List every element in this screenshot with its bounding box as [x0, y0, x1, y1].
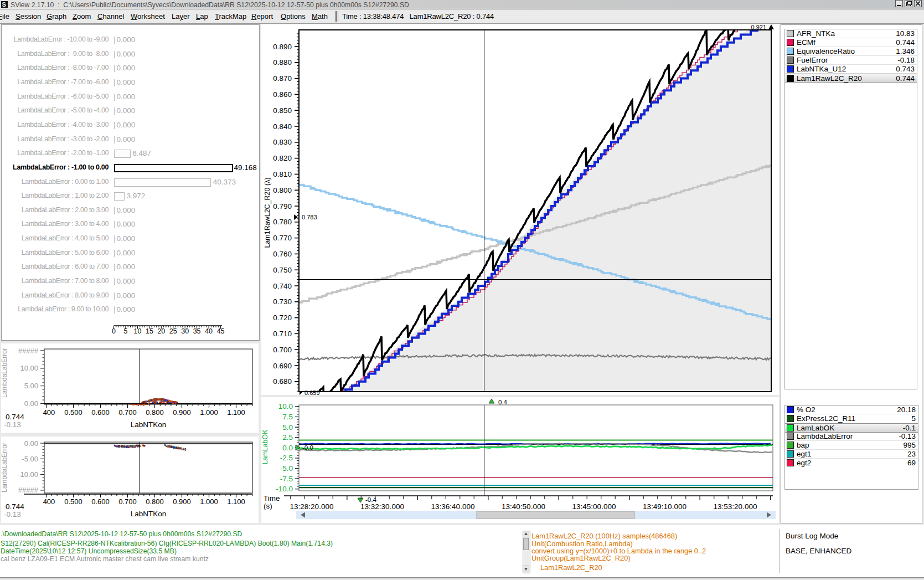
svg-text:1.000: 1.000 — [200, 408, 218, 417]
svg-text:1.100: 1.100 — [227, 408, 245, 417]
svg-text:0.700: 0.700 — [118, 408, 137, 417]
svg-text:0.770: 0.770 — [273, 234, 292, 242]
svg-text:2.5: 2.5 — [282, 433, 293, 442]
svg-text:0.690: 0.690 — [273, 362, 292, 370]
svg-text:0.500: 0.500 — [64, 408, 82, 417]
svg-text:-7.5: -7.5 — [280, 475, 293, 483]
svg-text:0.820: 0.820 — [273, 154, 292, 162]
svg-text:Time: Time — [264, 494, 280, 502]
svg-text:-10.0: -10.0 — [276, 485, 293, 493]
svg-text:0.900: 0.900 — [173, 497, 191, 506]
svg-text:0.600: 0.600 — [91, 408, 110, 417]
svg-text:0.659: 0.659 — [304, 389, 320, 396]
svg-text:25: 25 — [169, 327, 177, 335]
svg-text:0.720: 0.720 — [273, 314, 292, 322]
svg-text:0.740: 0.740 — [273, 282, 292, 290]
svg-text:LabNTKon: LabNTKon — [131, 510, 167, 518]
svg-text:-0.13: -0.13 — [4, 420, 21, 429]
svg-text:0.760: 0.760 — [273, 250, 292, 258]
svg-text:400: 400 — [43, 497, 55, 506]
svg-text:0.830: 0.830 — [273, 138, 292, 146]
svg-text:0.750: 0.750 — [273, 266, 292, 274]
svg-text:0.800: 0.800 — [146, 497, 164, 506]
svg-text:0.890: 0.890 — [273, 43, 292, 51]
svg-text:10: 10 — [133, 327, 141, 335]
svg-text:13:36:40.000: 13:36:40.000 — [431, 502, 475, 511]
svg-text:0.780: 0.780 — [273, 218, 292, 226]
svg-text:0: 0 — [112, 327, 116, 335]
svg-text:13:40:50.000: 13:40:50.000 — [502, 502, 545, 511]
svg-text:7.5: 7.5 — [282, 413, 293, 421]
svg-text:0.700: 0.700 — [273, 346, 292, 354]
svg-text:10.0: 10.0 — [278, 402, 293, 410]
svg-text:0.00: 0.00 — [24, 399, 38, 408]
svg-text:0.680: 0.680 — [273, 377, 292, 386]
svg-text:40: 40 — [205, 327, 213, 335]
svg-text:5: 5 — [123, 327, 127, 335]
svg-text:0.860: 0.860 — [273, 90, 292, 99]
svg-text:LambdaLabError: LambdaLabError — [1, 443, 8, 492]
svg-text:45: 45 — [217, 327, 225, 335]
svg-text:0.700: 0.700 — [118, 497, 137, 506]
svg-text:Lam1RawL2C_R20 (λ): Lam1RawL2C_R20 (λ) — [264, 177, 271, 248]
svg-text:0.800: 0.800 — [146, 408, 164, 417]
svg-text:0.600: 0.600 — [91, 497, 110, 506]
svg-text:13:53:20.000: 13:53:20.000 — [714, 502, 757, 511]
svg-text:0.500: 0.500 — [64, 497, 82, 506]
svg-text:0.870: 0.870 — [273, 74, 292, 83]
svg-text:0.783: 0.783 — [302, 214, 317, 220]
svg-text:0.730: 0.730 — [273, 297, 292, 306]
svg-text:13:28:20.000: 13:28:20.000 — [290, 502, 334, 511]
svg-text:-0.0: -0.0 — [302, 444, 313, 451]
svg-text:1.000: 1.000 — [200, 497, 218, 506]
svg-text:0.900: 0.900 — [173, 408, 191, 417]
svg-text:20: 20 — [157, 327, 165, 335]
svg-text:-10.00: -10.00 — [18, 470, 38, 479]
svg-text:0.790: 0.790 — [273, 202, 292, 211]
svg-text:0.710: 0.710 — [273, 330, 292, 338]
svg-text:-2.5: -2.5 — [280, 454, 293, 462]
svg-text:1.100: 1.100 — [227, 497, 245, 506]
svg-text:0.0: 0.0 — [282, 444, 293, 452]
svg-text:10.00: 10.00 — [20, 364, 38, 372]
svg-text:30: 30 — [181, 327, 189, 335]
svg-text:5.00: 5.00 — [24, 382, 38, 390]
svg-text:0.744: 0.744 — [6, 502, 24, 511]
svg-text:5.0: 5.0 — [282, 423, 293, 432]
svg-text:0.850: 0.850 — [273, 106, 292, 115]
svg-text:400: 400 — [43, 408, 55, 417]
svg-text:-0.13: -0.13 — [4, 510, 21, 519]
svg-text:LamLabOK: LamLabOK — [261, 429, 269, 465]
svg-text:#####: ##### — [18, 486, 39, 494]
svg-text:13:45:00.000: 13:45:00.000 — [572, 502, 616, 511]
svg-text:0.00: 0.00 — [24, 439, 38, 448]
svg-text:LambdaLabError: LambdaLabError — [1, 348, 8, 398]
svg-text:#####: ##### — [18, 347, 39, 355]
svg-text:13:32:30.000: 13:32:30.000 — [360, 502, 404, 511]
svg-text:13:49:10.000: 13:49:10.000 — [643, 502, 686, 511]
svg-text:0.800: 0.800 — [273, 186, 292, 194]
svg-text:0.4: 0.4 — [498, 399, 508, 406]
svg-text:35: 35 — [193, 327, 201, 335]
svg-text:-5.0: -5.0 — [280, 464, 293, 473]
svg-text:(s): (s) — [264, 502, 272, 510]
svg-text:-5.00: -5.00 — [22, 455, 38, 463]
svg-text:0.810: 0.810 — [273, 170, 292, 178]
svg-text:0.880: 0.880 — [273, 58, 292, 66]
svg-text:0.840: 0.840 — [273, 122, 292, 131]
svg-text:0.921: 0.921 — [751, 24, 766, 30]
svg-text:15: 15 — [146, 327, 153, 335]
svg-text:LabNTKon: LabNTKon — [131, 420, 167, 429]
svg-text:0.744: 0.744 — [6, 413, 24, 421]
